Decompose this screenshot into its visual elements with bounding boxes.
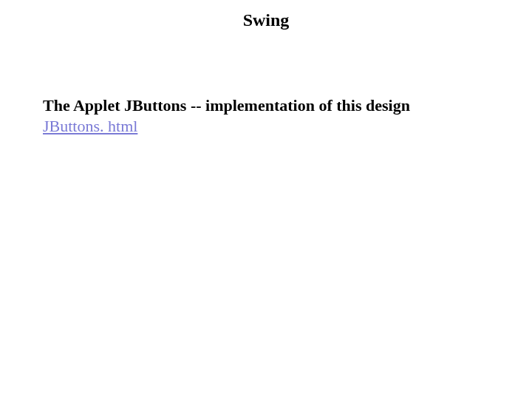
content-block: The Applet JButtons -- implementation of… <box>43 96 410 137</box>
jbuttons-link[interactable]: JButtons. html <box>43 117 137 136</box>
slide-title: Swing <box>0 10 532 30</box>
subtitle-text: The Applet JButtons -- implementation of… <box>43 96 410 115</box>
